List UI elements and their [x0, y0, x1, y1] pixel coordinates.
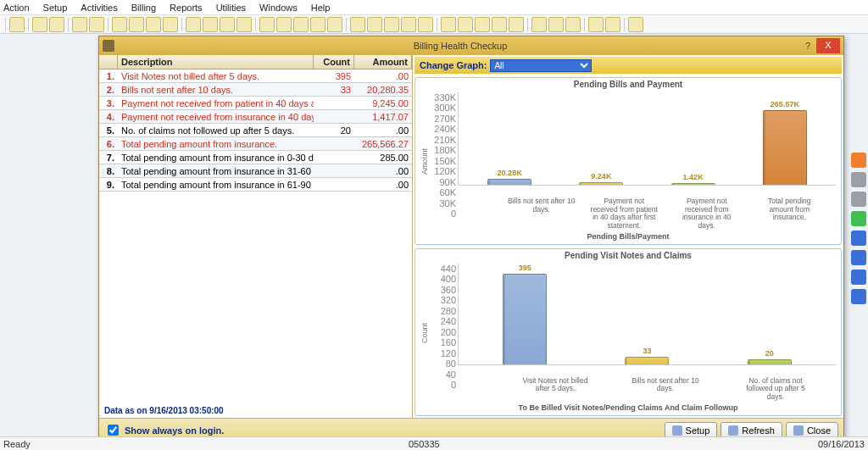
table-row[interactable]: 4. Payment not received from insurance i… [99, 110, 412, 124]
change-graph-bar: Change Graph: All [415, 57, 842, 74]
toolbar-button[interactable] [565, 17, 581, 32]
toolbar-button[interactable] [384, 17, 399, 32]
chart-bar: 20 [748, 359, 792, 364]
table-row[interactable]: 5. No. of claims not followed up after 5… [99, 124, 412, 137]
toolbar-button[interactable] [509, 17, 524, 32]
toolbar-button[interactable] [129, 17, 144, 32]
status-mid: 050335 [409, 439, 440, 449]
menubar: ActionSetupActivitiesBillingReportsUtili… [0, 0, 868, 15]
toolbar-button[interactable] [475, 17, 490, 32]
dialog-right-pane: Change Graph: All Pending Bills and Paym… [413, 55, 843, 418]
menu-billing[interactable]: Billing [131, 3, 156, 13]
sidebar-icon[interactable] [851, 269, 866, 285]
status-bar: Ready 050335 09/16/2013 [0, 436, 868, 450]
menu-help[interactable]: Help [311, 3, 331, 13]
chart-subtitle: To Be Billed Visit Notes/Pending Claims … [415, 402, 841, 415]
table-row[interactable]: 8. Total pending amount from insurance i… [99, 164, 412, 178]
toolbar-button[interactable] [163, 17, 178, 32]
toolbar-button[interactable] [146, 17, 161, 32]
change-graph-label: Change Graph: [420, 60, 487, 70]
sidebar-icon[interactable] [851, 211, 866, 226]
chart-bar: 33 [625, 357, 669, 364]
chart-bar: 395 [503, 274, 547, 364]
toolbar-button[interactable] [327, 17, 342, 32]
menu-action[interactable]: Action [3, 3, 30, 13]
toolbar-button[interactable] [32, 17, 47, 32]
checkup-grid: Description Count Amount 1. Visit Notes … [99, 55, 412, 192]
right-sidebar [849, 153, 868, 304]
gear-icon [672, 425, 682, 436]
change-graph-select[interactable]: All [490, 59, 592, 72]
toolbar-button[interactable] [72, 17, 87, 32]
col-header-count: Count [314, 55, 354, 69]
menu-activities[interactable]: Activities [81, 3, 117, 13]
table-row[interactable]: 2. Bills not sent after 10 days. 33 20,2… [99, 83, 412, 97]
toolbar-button[interactable] [418, 17, 433, 32]
col-header-amount: Amount [354, 55, 412, 69]
sidebar-icon[interactable] [851, 192, 866, 207]
chart-title: Pending Bills and Payment [415, 78, 841, 91]
billing-health-dialog: Billing Health Checkup ? X Description C… [98, 36, 844, 442]
toolbar-button[interactable] [293, 17, 309, 32]
chart-bar: 1.42K [671, 183, 715, 185]
table-row[interactable]: 1. Visit Notes not billed after 5 days. … [99, 69, 412, 83]
sidebar-icon[interactable] [851, 231, 866, 246]
dialog-titlebar: Billing Health Checkup ? X [99, 36, 843, 55]
table-row[interactable]: 9. Total pending amount from insurance i… [99, 178, 412, 192]
toolbar-button[interactable] [441, 17, 456, 32]
sidebar-icon[interactable] [851, 153, 866, 168]
toolbar-button[interactable] [89, 17, 104, 32]
status-left: Ready [3, 439, 31, 449]
toolbar-button[interactable] [367, 17, 382, 32]
show-always-input[interactable] [108, 425, 119, 436]
toolbar-button[interactable] [9, 17, 25, 32]
sidebar-icon[interactable] [851, 172, 866, 187]
chart-pending-visits: Pending Visit Notes and Claims Count4404… [415, 248, 842, 416]
toolbar-button[interactable] [605, 17, 620, 32]
close-icon [793, 425, 804, 436]
dialog-icon [103, 40, 114, 52]
close-button[interactable]: X [816, 38, 840, 53]
main-toolbar [0, 15, 868, 34]
table-row[interactable]: 7. Total pending amount from insurance i… [99, 151, 412, 164]
status-right: 09/16/2013 [818, 439, 865, 449]
toolbar-button[interactable] [203, 17, 218, 32]
chart-title: Pending Visit Notes and Claims [415, 249, 841, 262]
menu-utilities[interactable]: Utilities [216, 3, 246, 13]
chart-pending-bills: Pending Bills and Payment Amount330K300K… [415, 77, 842, 245]
table-row[interactable]: 3. Payment not received from patient in … [99, 97, 412, 110]
sidebar-icon[interactable] [851, 289, 866, 304]
toolbar-button[interactable] [236, 17, 252, 32]
toolbar-button[interactable] [401, 17, 416, 32]
sidebar-icon[interactable] [851, 250, 866, 265]
dialog-left-pane: Description Count Amount 1. Visit Notes … [99, 55, 413, 418]
toolbar-button[interactable] [350, 17, 365, 32]
menu-setup[interactable]: Setup [43, 3, 68, 13]
toolbar-button[interactable] [49, 17, 64, 32]
toolbar-button[interactable] [259, 17, 275, 32]
toolbar-button[interactable] [628, 17, 643, 32]
chart-bar: 9.24K [579, 182, 623, 185]
toolbar-button[interactable] [310, 17, 326, 32]
toolbar-button[interactable] [458, 17, 473, 32]
chart-subtitle: Pending Bills/Payment [415, 231, 841, 244]
dialog-title: Billing Health Checkup [121, 41, 799, 51]
toolbar-button[interactable] [276, 17, 292, 32]
menu-reports[interactable]: Reports [170, 3, 203, 13]
toolbar-button[interactable] [112, 17, 127, 32]
menu-windows[interactable]: Windows [259, 3, 298, 13]
toolbar-button[interactable] [588, 17, 604, 32]
toolbar-button[interactable] [548, 17, 564, 32]
table-row[interactable]: 6. Total pending amount from insurance. … [99, 137, 412, 151]
toolbar-button[interactable] [531, 17, 547, 32]
chart-bar: 20.28K [487, 179, 531, 185]
toolbar-button[interactable] [186, 17, 201, 32]
refresh-icon [728, 425, 738, 436]
data-as-of: Data as on 9/16/2013 03:50:00 [99, 403, 412, 418]
toolbar-button[interactable] [492, 17, 507, 32]
toolbar-button[interactable] [220, 17, 235, 32]
col-header-desc: Description [118, 55, 314, 69]
help-button[interactable]: ? [799, 41, 816, 51]
chart-bar: 265.57K [763, 110, 807, 185]
